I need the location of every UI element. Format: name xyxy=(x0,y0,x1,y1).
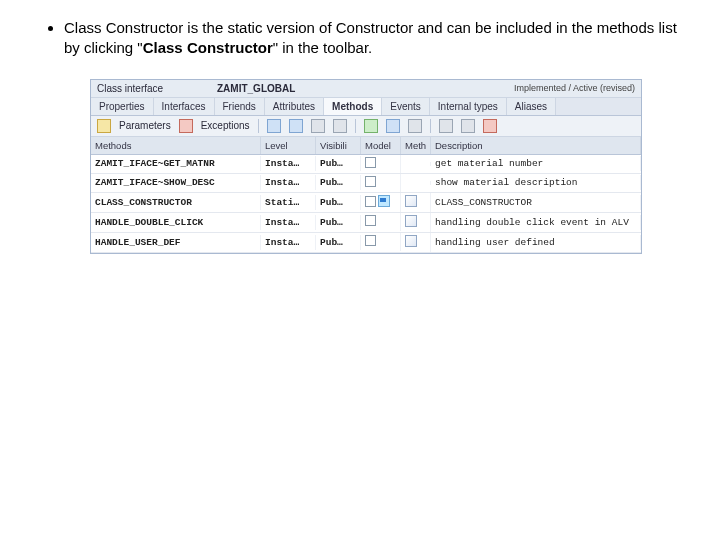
col-meth[interactable]: Meth xyxy=(401,137,431,154)
methods-column-header: Methods Level Visibili Model Meth Descri… xyxy=(91,137,641,155)
tab-properties[interactable]: Properties xyxy=(91,98,154,115)
parameters-icon[interactable] xyxy=(97,119,111,133)
cell-level: Insta… xyxy=(261,235,316,250)
toolbar-icon-3[interactable] xyxy=(311,119,325,133)
table-row[interactable]: ZAMIT_IFACE~GET_MATNR Insta… Pub… get ma… xyxy=(91,155,641,174)
toolbar-sep xyxy=(258,119,259,133)
toolbar-icon-4[interactable] xyxy=(333,119,347,133)
tab-strip: Properties Interfaces Friends Attributes… xyxy=(91,98,641,116)
cell-level: Insta… xyxy=(261,156,316,171)
exceptions-button[interactable]: Exceptions xyxy=(201,120,250,131)
model-flag-icon xyxy=(378,195,390,207)
checkbox-icon[interactable] xyxy=(365,235,376,246)
cell-method[interactable]: CLASS_CONSTRUCTOR xyxy=(91,195,261,210)
slide-bullet: Class Constructor is the static version … xyxy=(0,0,720,73)
bullet-bold: Class Constructor xyxy=(143,39,273,56)
method-doc-icon[interactable] xyxy=(405,235,417,247)
cell-model[interactable] xyxy=(361,213,401,231)
class-builder-panel: Class interface ZAMIT_GLOBAL Implemented… xyxy=(90,79,642,254)
toolbar-icon-10[interactable] xyxy=(483,119,497,133)
parameters-button[interactable]: Parameters xyxy=(119,120,171,131)
toolbar-icon-6[interactable] xyxy=(386,119,400,133)
cell-method[interactable]: ZAMIT_IFACE~SHOW_DESC xyxy=(91,175,261,190)
cell-level: Stati… xyxy=(261,195,316,210)
cell-visi: Pub… xyxy=(316,195,361,210)
cell-method[interactable]: HANDLE_USER_DEF xyxy=(91,235,261,250)
table-row[interactable]: CLASS_CONSTRUCTOR Stati… Pub… CLASS_CONS… xyxy=(91,193,641,213)
methods-toolbar: Parameters Exceptions xyxy=(91,116,641,137)
cell-model[interactable] xyxy=(361,174,401,192)
checkbox-icon[interactable] xyxy=(365,215,376,226)
cell-level: Insta… xyxy=(261,215,316,230)
cell-model[interactable] xyxy=(361,155,401,173)
toolbar-icon-5[interactable] xyxy=(364,119,378,133)
class-header: Class interface ZAMIT_GLOBAL Implemented… xyxy=(91,80,641,98)
tab-internal-types[interactable]: Internal types xyxy=(430,98,507,115)
cell-model[interactable] xyxy=(361,233,401,251)
cell-visi: Pub… xyxy=(316,215,361,230)
cell-meth xyxy=(401,181,431,185)
tab-methods[interactable]: Methods xyxy=(324,98,382,115)
cell-visi: Pub… xyxy=(316,235,361,250)
checkbox-icon[interactable] xyxy=(365,196,376,207)
cell-desc: get material number xyxy=(431,156,641,171)
col-visibility[interactable]: Visibili xyxy=(316,137,361,154)
toolbar-icon-8[interactable] xyxy=(439,119,453,133)
tab-events[interactable]: Events xyxy=(382,98,430,115)
cell-method[interactable]: HANDLE_DOUBLE_CLICK xyxy=(91,215,261,230)
cell-method[interactable]: ZAMIT_IFACE~GET_MATNR xyxy=(91,156,261,171)
cell-meth[interactable] xyxy=(401,233,431,252)
tab-aliases[interactable]: Aliases xyxy=(507,98,556,115)
table-row[interactable]: ZAMIT_IFACE~SHOW_DESC Insta… Pub… show m… xyxy=(91,174,641,193)
cell-visi: Pub… xyxy=(316,175,361,190)
toolbar-icon-2[interactable] xyxy=(289,119,303,133)
table-row[interactable]: HANDLE_DOUBLE_CLICK Insta… Pub… handling… xyxy=(91,213,641,233)
toolbar-icon-1[interactable] xyxy=(267,119,281,133)
cell-level: Insta… xyxy=(261,175,316,190)
col-methods[interactable]: Methods xyxy=(91,137,261,154)
cell-desc: handling double click event in ALV xyxy=(431,215,641,230)
tab-attributes[interactable]: Attributes xyxy=(265,98,324,115)
toolbar-sep xyxy=(430,119,431,133)
method-doc-icon[interactable] xyxy=(405,215,417,227)
cell-meth[interactable] xyxy=(401,213,431,232)
cell-desc: CLASS_CONSTRUCTOR xyxy=(431,195,641,210)
table-row[interactable]: HANDLE_USER_DEF Insta… Pub… handling use… xyxy=(91,233,641,253)
tab-interfaces[interactable]: Interfaces xyxy=(154,98,215,115)
cell-visi: Pub… xyxy=(316,156,361,171)
class-interface-label: Class interface xyxy=(97,83,217,94)
exceptions-icon[interactable] xyxy=(179,119,193,133)
methods-table-body: ZAMIT_IFACE~GET_MATNR Insta… Pub… get ma… xyxy=(91,155,641,253)
cell-meth xyxy=(401,162,431,166)
bullet-text-2: " in the toolbar. xyxy=(273,39,373,56)
checkbox-icon[interactable] xyxy=(365,157,376,168)
toolbar-sep xyxy=(355,119,356,133)
cell-desc: show material description xyxy=(431,175,641,190)
toolbar-icon-7[interactable] xyxy=(408,119,422,133)
cell-meth[interactable] xyxy=(401,193,431,212)
method-doc-icon[interactable] xyxy=(405,195,417,207)
toolbar-icon-9[interactable] xyxy=(461,119,475,133)
class-status: Implemented / Active (revised) xyxy=(377,83,635,93)
cell-model[interactable] xyxy=(361,193,401,212)
cell-desc: handling user defined xyxy=(431,235,641,250)
checkbox-icon[interactable] xyxy=(365,176,376,187)
col-description[interactable]: Description xyxy=(431,137,641,154)
col-model[interactable]: Model xyxy=(361,137,401,154)
class-name-value: ZAMIT_GLOBAL xyxy=(217,83,377,94)
col-level[interactable]: Level xyxy=(261,137,316,154)
tab-friends[interactable]: Friends xyxy=(215,98,265,115)
